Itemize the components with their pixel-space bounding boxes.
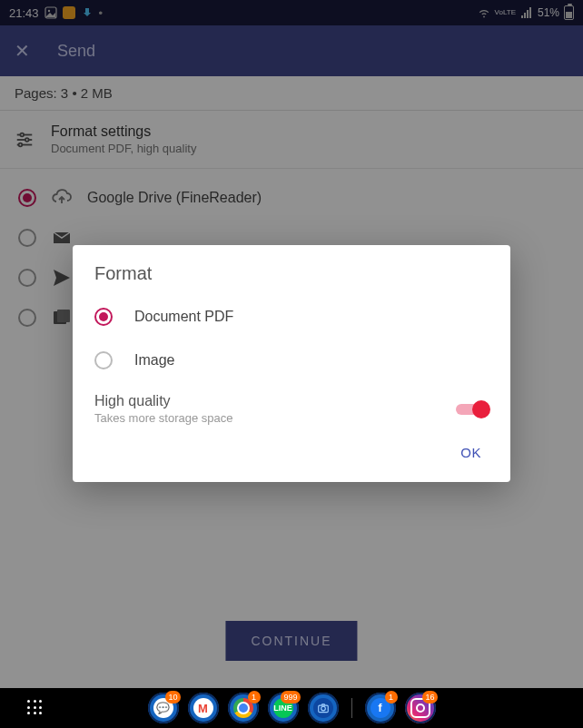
- nav-app-line[interactable]: LINE 999: [268, 693, 299, 723]
- high-quality-title: High quality: [94, 393, 456, 409]
- nav-app-gmail[interactable]: M: [188, 693, 219, 723]
- nav-app-camera[interactable]: [308, 693, 339, 723]
- option-label: Document PDF: [134, 309, 233, 325]
- nav-app-chrome[interactable]: 1: [228, 693, 259, 723]
- nav-separator: [351, 698, 352, 718]
- badge: 999: [281, 691, 300, 703]
- high-quality-row: High quality Takes more storage space: [73, 382, 510, 430]
- dialog-title: Format: [73, 263, 510, 295]
- high-quality-subtitle: Takes more storage space: [94, 411, 456, 425]
- option-label: Image: [134, 352, 174, 369]
- format-dialog: Format Document PDF Image High quality T…: [73, 245, 510, 482]
- navigation-bar: 💬 10 M 1 LINE 999 f 1 16: [0, 688, 583, 728]
- app-drawer-icon[interactable]: [27, 700, 44, 716]
- badge: 10: [165, 691, 180, 703]
- nav-app-chat[interactable]: 💬 10: [148, 693, 179, 723]
- nav-app-facebook[interactable]: f 1: [365, 693, 396, 723]
- svg-point-11: [321, 706, 325, 711]
- badge: 1: [248, 691, 261, 703]
- ok-button[interactable]: OK: [450, 438, 492, 467]
- format-option-image[interactable]: Image: [73, 339, 510, 382]
- radio-selected-icon[interactable]: [94, 308, 113, 326]
- radio-icon[interactable]: [94, 351, 113, 369]
- badge: 16: [422, 691, 437, 703]
- high-quality-toggle[interactable]: [456, 400, 489, 418]
- badge: 1: [385, 691, 398, 703]
- format-option-document-pdf[interactable]: Document PDF: [73, 295, 510, 339]
- nav-app-instagram[interactable]: 16: [405, 693, 436, 723]
